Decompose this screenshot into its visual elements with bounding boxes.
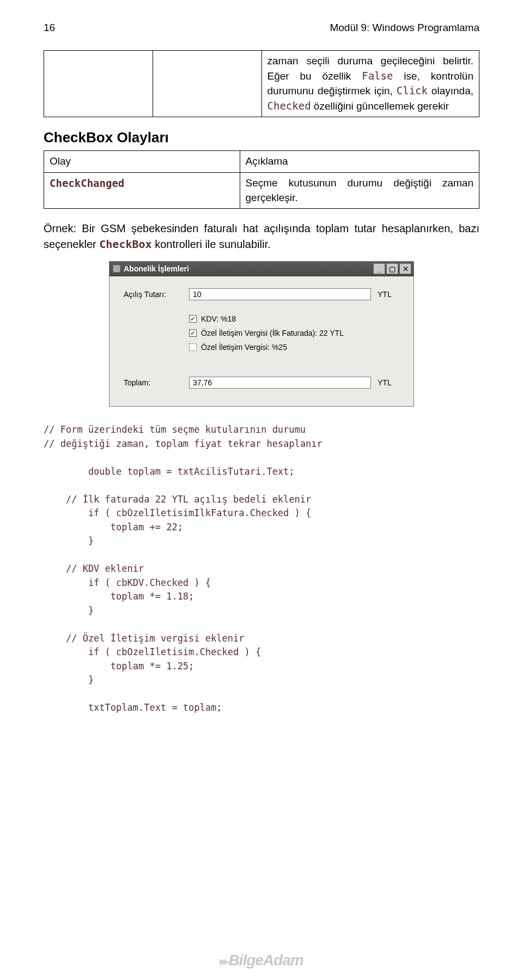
cb-row-kdv[interactable]: KDV: %18 — [189, 314, 399, 323]
titlebar-buttons: _ ▢ ✕ — [373, 263, 411, 274]
prop-cell-description: zaman seçili duruma geçileceğini belirti… — [262, 51, 479, 117]
logo-arrows-icon: ▸▸ — [220, 954, 227, 968]
window-title: Abonelik İşlemleri — [124, 264, 189, 273]
property-table: zaman seçili duruma geçileceğini belirti… — [44, 50, 479, 117]
app-icon — [113, 265, 120, 273]
titlebar[interactable]: Abonelik İşlemleri _ ▢ ✕ — [110, 262, 413, 276]
close-button[interactable]: ✕ — [399, 263, 411, 274]
prop-text-4: özelliğini güncellemek gerekir — [311, 100, 449, 112]
unit-ytl-1: YTL — [378, 290, 399, 299]
prop-code-checked: Checked — [267, 100, 311, 112]
label-acilis: Açılış Tutarı: — [124, 290, 189, 299]
input-acilis[interactable] — [189, 288, 371, 300]
cb-label-ozel-ilk: Özel İletişim Vergisi (İlk Faturada): 22… — [201, 329, 344, 337]
code-block: // Form üzerindeki tüm seçme kutularının… — [44, 423, 479, 715]
prop-text-3: olayında, — [428, 85, 473, 96]
prop-cell-empty-2 — [153, 51, 262, 117]
close-icon: ✕ — [403, 265, 409, 273]
form-body: Açılış Tutarı: YTL KDV: %18 Özel İletişi… — [110, 276, 413, 406]
example-code-checkbox: CheckBox — [99, 238, 151, 251]
input-toplam[interactable] — [189, 377, 371, 389]
event-table: Olay Açıklama CheckChanged Seçme kutusun… — [44, 150, 479, 209]
winform-dialog: Abonelik İşlemleri _ ▢ ✕ Açılış Tutarı: … — [109, 261, 414, 407]
cb-row-ozel2[interactable]: Özel İletişim Vergisi: %25 — [189, 343, 399, 352]
titlebar-left: Abonelik İşlemleri — [113, 264, 189, 273]
label-toplam: Toplam: — [124, 378, 189, 387]
event-desc-cell: Seçme kutusunun durumu değiştiği zaman g… — [240, 172, 479, 208]
event-header-aciklama: Açıklama — [240, 151, 479, 173]
cb-label-ozel25: Özel İletişim Vergisi: %25 — [201, 343, 287, 352]
events-heading: CheckBox Olayları — [44, 129, 479, 146]
minimize-button[interactable]: _ — [373, 263, 385, 274]
unit-ytl-2: YTL — [378, 378, 399, 387]
logo-text: BilgeAdam — [228, 952, 303, 969]
prop-code-click: Click — [397, 84, 428, 96]
event-checkchanged: CheckChanged — [50, 177, 124, 189]
checkbox-kdv[interactable] — [189, 315, 197, 323]
row-toplam: Toplam: YTL — [124, 377, 399, 389]
page-header: 16 Modül 9: Windows Programlama — [44, 22, 479, 34]
form-spacer — [124, 362, 399, 377]
prop-cell-empty-1 — [44, 51, 153, 117]
minimize-icon: _ — [377, 265, 381, 273]
cb-row-ozel1[interactable]: Özel İletişim Vergisi (İlk Faturada): 22… — [189, 329, 399, 337]
event-header-olay: Olay — [44, 151, 240, 173]
checkbox-ozel-ilk[interactable] — [189, 329, 197, 337]
event-name-cell: CheckChanged — [44, 172, 240, 208]
checkbox-ozel25[interactable] — [189, 343, 197, 351]
example-text-2: kontrolleri ile sunulabilir. — [152, 238, 271, 250]
maximize-icon: ▢ — [389, 265, 396, 273]
maximize-button[interactable]: ▢ — [386, 263, 398, 274]
cb-label-kdv: KDV: %18 — [201, 314, 236, 323]
footer-logo: ▸▸BilgeAdam — [220, 952, 303, 969]
checkbox-group: KDV: %18 Özel İletişim Vergisi (İlk Fatu… — [189, 307, 399, 359]
row-acilis: Açılış Tutarı: YTL — [124, 288, 399, 300]
prop-code-false: False — [362, 70, 393, 82]
module-title: Modül 9: Windows Programlama — [330, 22, 479, 34]
example-paragraph: Örnek: Bir GSM şebekesinden faturalı hat… — [44, 221, 479, 252]
page-number: 16 — [44, 22, 55, 34]
